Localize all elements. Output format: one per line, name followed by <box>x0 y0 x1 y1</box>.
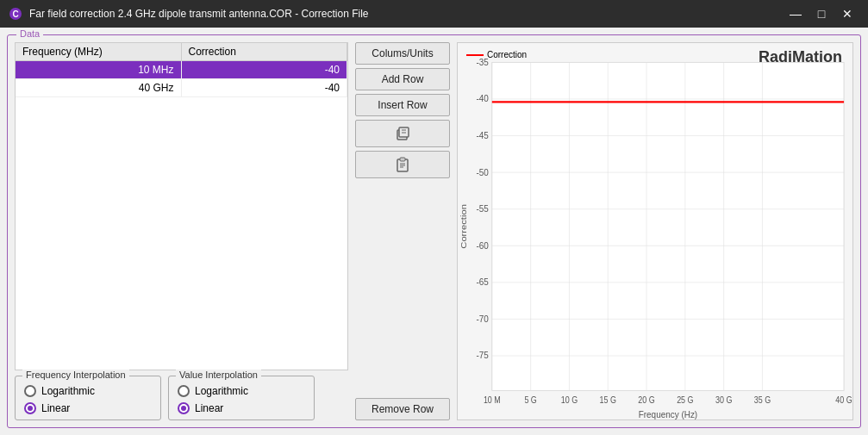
cell-correction-0: -40 <box>182 61 348 78</box>
freq-linear-option[interactable]: Linear <box>24 402 152 414</box>
left-panel: Frequency (MHz) Correction 10 MHz -40 40… <box>15 42 348 420</box>
svg-text:-45: -45 <box>476 129 488 140</box>
legend-label: Correction <box>487 50 527 59</box>
table-row[interactable]: 40 GHz -40 <box>16 79 347 97</box>
svg-text:Frequency (Hz): Frequency (Hz) <box>639 408 697 419</box>
svg-text:5 G: 5 G <box>524 395 536 405</box>
frequency-interpolation-group: Frequency Interpolation Logarithmic Line… <box>15 376 161 420</box>
svg-rect-11 <box>492 62 844 390</box>
svg-text:-40: -40 <box>476 93 488 104</box>
cell-correction-1: -40 <box>182 79 348 96</box>
chart-svg: -35 -40 -45 -50 -55 -60 -65 -70 -75 10 M… <box>458 43 852 419</box>
svg-text:15 G: 15 G <box>600 395 616 405</box>
main-content: Data Frequency (MHz) Correction 10 MHz -… <box>0 28 868 435</box>
minimize-button[interactable]: — <box>784 3 808 24</box>
data-table: Frequency (MHz) Correction 10 MHz -40 40… <box>15 42 348 370</box>
interpolation-area: Frequency Interpolation Logarithmic Line… <box>15 374 348 420</box>
buttons-panel: Colums/Units Add Row Insert Row <box>355 42 450 420</box>
freq-log-label: Logarithmic <box>41 385 95 397</box>
svg-text:-65: -65 <box>476 277 488 288</box>
svg-text:-55: -55 <box>476 203 488 214</box>
remove-row-button[interactable]: Remove Row <box>355 398 450 420</box>
add-row-button[interactable]: Add Row <box>355 68 450 90</box>
freq-log-radio[interactable] <box>24 385 36 397</box>
col-frequency: Frequency (MHz) <box>16 43 182 60</box>
paste-icon <box>394 156 411 173</box>
data-section-label: Data <box>16 28 43 39</box>
app-icon: C <box>9 7 22 21</box>
paste-button[interactable] <box>355 151 450 178</box>
svg-text:Correction: Correction <box>459 204 468 249</box>
window-controls: — □ ✕ <box>784 3 859 24</box>
svg-text:20 G: 20 G <box>638 395 654 405</box>
window-title: Far field correction 2.4 GHz dipole tran… <box>29 8 369 20</box>
freq-linear-label: Linear <box>41 402 70 414</box>
svg-text:35 G: 35 G <box>754 395 771 405</box>
val-linear-option[interactable]: Linear <box>178 402 305 414</box>
table-row[interactable]: 10 MHz -40 <box>16 61 347 79</box>
svg-text:25 G: 25 G <box>677 395 693 405</box>
copy-icon <box>394 125 411 142</box>
svg-text:10 G: 10 G <box>561 395 578 405</box>
val-linear-radio[interactable] <box>178 402 190 414</box>
chart-title: RadiMation <box>759 48 842 66</box>
col-correction: Correction <box>182 43 348 60</box>
content-area: Frequency (MHz) Correction 10 MHz -40 40… <box>15 42 853 420</box>
svg-text:10 M: 10 M <box>484 395 501 405</box>
columns-units-button[interactable]: Colums/Units <box>355 42 450 65</box>
maximize-button[interactable]: □ <box>809 3 834 24</box>
chart-area: RadiMation Correction <box>457 42 853 420</box>
freq-linear-radio[interactable] <box>24 402 36 414</box>
val-log-label: Logarithmic <box>195 385 248 397</box>
close-button[interactable]: ✕ <box>835 3 859 24</box>
copy-button[interactable] <box>355 120 450 147</box>
svg-text:-70: -70 <box>476 313 488 324</box>
svg-text:30 G: 30 G <box>715 395 732 405</box>
val-interp-label: Value Interpolation <box>176 370 261 380</box>
freq-logarithmic-option[interactable]: Logarithmic <box>24 385 152 397</box>
svg-text:-60: -60 <box>476 239 488 251</box>
val-logarithmic-option[interactable]: Logarithmic <box>178 385 305 397</box>
insert-row-button[interactable]: Insert Row <box>355 94 450 116</box>
svg-text:40 G: 40 G <box>835 395 852 405</box>
val-linear-label: Linear <box>195 402 223 414</box>
freq-interp-label: Frequency Interpolation <box>22 370 129 380</box>
svg-text:-75: -75 <box>476 350 488 361</box>
legend-line <box>466 54 484 56</box>
svg-text:C: C <box>12 9 18 19</box>
chart-legend: Correction <box>466 50 527 59</box>
val-log-radio[interactable] <box>178 385 190 397</box>
value-interpolation-group: Value Interpolation Logarithmic Linear <box>168 376 315 420</box>
cell-freq-0: 10 MHz <box>16 61 182 78</box>
cell-freq-1: 40 GHz <box>16 79 182 96</box>
svg-rect-7 <box>400 158 405 161</box>
title-bar: C Far field correction 2.4 GHz dipole tr… <box>0 0 868 28</box>
svg-text:-50: -50 <box>476 166 488 177</box>
data-section: Data Frequency (MHz) Correction 10 MHz -… <box>7 34 861 428</box>
table-header: Frequency (MHz) Correction <box>16 43 347 61</box>
